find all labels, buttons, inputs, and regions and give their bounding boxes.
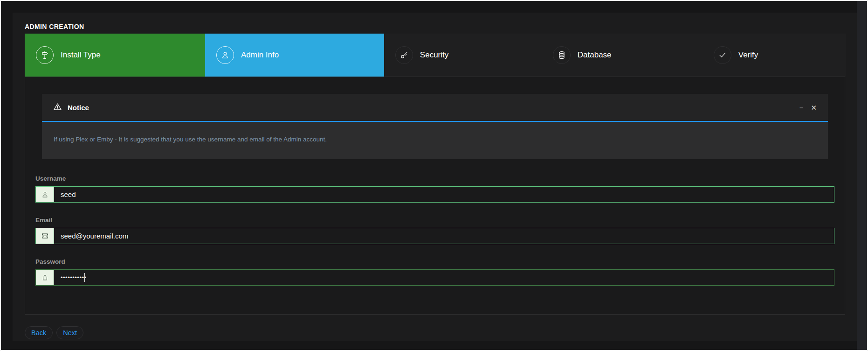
tab-label: Admin Info [241, 50, 279, 60]
tab-label: Database [578, 50, 612, 60]
wizard-step-tabs: Install Type Admin Info Security [25, 34, 846, 77]
minimize-icon[interactable]: − [799, 104, 804, 111]
text-caret [84, 273, 85, 282]
tab-admin-info[interactable]: Admin Info [205, 34, 384, 77]
tab-label: Install Type [61, 50, 101, 60]
username-field-block: Username [35, 175, 834, 203]
tab-database[interactable]: Database [542, 34, 703, 77]
notice-message: If using Plex or Emby - It is suggested … [42, 122, 828, 159]
database-icon [553, 46, 571, 64]
envelope-icon [35, 228, 54, 244]
admin-creation-page: { "page": { "title": "ADMIN CREATION" },… [0, 0, 868, 351]
password-input-group [35, 269, 834, 286]
scrollbar-track[interactable] [857, 1, 867, 350]
step-content-panel: Notice − ✕ If using Plex or Emby - It is… [25, 77, 845, 315]
back-button[interactable]: Back [25, 326, 53, 339]
next-button[interactable]: Next [56, 326, 83, 339]
user-icon [35, 186, 54, 203]
notice-controls: − ✕ [799, 104, 817, 111]
password-field-block: Password [35, 258, 834, 286]
password-input[interactable] [54, 269, 834, 286]
notice-header: Notice − ✕ [42, 94, 828, 122]
wizard-actions: Back Next [25, 326, 857, 339]
tab-install-type[interactable]: Install Type [25, 34, 205, 77]
email-label: Email [35, 217, 834, 224]
password-label: Password [35, 258, 834, 265]
tab-verify[interactable]: Verify [703, 34, 846, 77]
close-icon[interactable]: ✕ [811, 104, 817, 111]
tab-label: Verify [738, 50, 758, 60]
lock-icon [35, 269, 54, 286]
email-field-block: Email [35, 217, 834, 244]
notice-panel: Notice − ✕ If using Plex or Emby - It is… [42, 94, 828, 159]
username-input[interactable] [54, 186, 834, 203]
username-label: Username [35, 175, 834, 182]
key-icon [395, 46, 413, 64]
notice-title: Notice [68, 104, 89, 112]
check-icon [714, 46, 731, 64]
setup-card: ADMIN CREATION Install Type Admin Info [13, 13, 857, 341]
tab-security[interactable]: Security [384, 34, 542, 77]
signpost-icon [36, 46, 54, 64]
email-input[interactable] [54, 228, 834, 244]
email-input-group [35, 228, 834, 244]
admin-form: Username Email [35, 175, 834, 286]
page-title: ADMIN CREATION [25, 23, 857, 30]
warning-icon [53, 102, 62, 113]
user-icon [216, 46, 234, 64]
tab-label: Security [420, 50, 448, 60]
username-input-group [35, 186, 834, 203]
